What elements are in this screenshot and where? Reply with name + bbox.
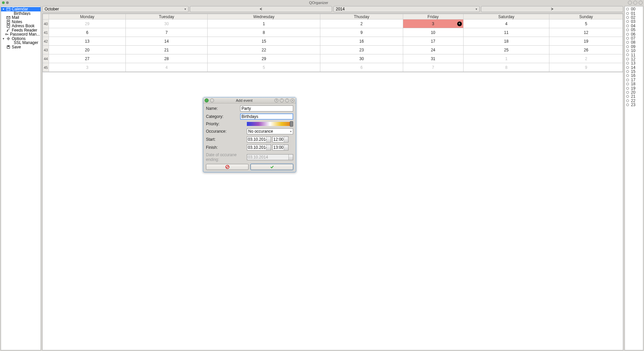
day-cell[interactable]: 22 — [208, 46, 320, 54]
dialog-titlebar[interactable]: Add event ? ˅ ˄ × — [203, 97, 296, 103]
day-cell[interactable]: 1 — [463, 54, 549, 63]
maximize-button[interactable] — [633, 1, 637, 5]
hour-row[interactable]: 08 — [626, 40, 642, 44]
day-cell[interactable]: 31 — [403, 54, 463, 63]
dialog-close-icon[interactable]: × — [290, 98, 294, 102]
hour-row[interactable]: 14 — [626, 65, 642, 69]
day-cell[interactable]: 8 — [463, 63, 549, 72]
close-button[interactable] — [639, 1, 643, 5]
day-cell[interactable]: 9 — [549, 63, 623, 72]
shade-up-icon[interactable]: ˄ — [285, 98, 289, 102]
day-cell[interactable]: 7 — [403, 63, 463, 72]
start-time-input[interactable]: 12:00 — [272, 136, 288, 142]
sidebar-item-options[interactable]: ▾Options — [1, 37, 41, 41]
hour-row[interactable]: 23 — [626, 103, 642, 107]
hour-row[interactable]: 09 — [626, 45, 642, 49]
hour-row[interactable]: 10 — [626, 49, 642, 53]
hour-radio-icon[interactable] — [626, 33, 629, 36]
day-cell[interactable]: 4 — [463, 19, 549, 28]
ok-button[interactable] — [251, 164, 293, 170]
day-cell[interactable]: 27 — [49, 54, 126, 63]
day-cell[interactable]: 5 — [549, 19, 623, 28]
day-cell[interactable]: 29 — [208, 54, 320, 63]
day-cell[interactable]: 19 — [549, 37, 623, 46]
hour-row[interactable]: 00 — [626, 7, 642, 11]
day-cell[interactable]: 18 — [463, 37, 549, 46]
hour-row[interactable]: 13 — [626, 61, 642, 65]
hour-row[interactable]: 15 — [626, 70, 642, 74]
hour-radio-icon[interactable] — [626, 12, 629, 15]
hour-row[interactable]: 02 — [626, 15, 642, 19]
hour-radio-icon[interactable] — [626, 20, 629, 23]
hour-radio-icon[interactable] — [626, 45, 629, 48]
minimize-button[interactable] — [628, 1, 632, 5]
hour-row[interactable]: 05 — [626, 28, 642, 32]
sidebar-item-notes[interactable]: Notes — [1, 20, 41, 24]
hour-radio-icon[interactable] — [626, 91, 629, 94]
hour-row[interactable]: 18 — [626, 82, 642, 86]
day-cell[interactable]: 14 — [125, 37, 207, 46]
hour-radio-icon[interactable] — [626, 58, 629, 60]
day-cell[interactable]: 10 — [403, 28, 463, 37]
day-cell[interactable]: 12 — [549, 28, 623, 37]
expand-icon[interactable]: ▾ — [2, 37, 5, 40]
day-cell[interactable]: 6 — [49, 28, 126, 37]
hour-row[interactable]: 12 — [626, 57, 642, 61]
day-cell[interactable]: 1 — [208, 19, 320, 28]
hour-row[interactable]: 04 — [626, 24, 642, 28]
name-input[interactable] — [240, 105, 293, 112]
day-cell[interactable]: 3 — [49, 63, 126, 72]
day-cell[interactable]: 8 — [208, 28, 320, 37]
finish-date-input[interactable]: 03.10.2014 — [247, 144, 271, 150]
shade-down-icon[interactable]: ˅ — [280, 98, 284, 102]
day-cell[interactable]: 30 — [320, 54, 403, 63]
hour-radio-icon[interactable] — [626, 95, 629, 98]
hour-row[interactable]: 16 — [626, 74, 642, 78]
day-cell[interactable]: 7 — [125, 28, 207, 37]
day-cell[interactable]: 5 — [208, 63, 320, 72]
hour-radio-icon[interactable] — [626, 87, 629, 90]
help-icon[interactable]: ? — [274, 98, 278, 102]
day-cell[interactable]: 2 — [549, 54, 623, 63]
sidebar-item-password-man-[interactable]: Password Man... — [1, 32, 41, 37]
sidebar-item-feeds-reader[interactable]: Feeds Reader — [1, 28, 41, 33]
expand-icon[interactable]: ▾ — [2, 7, 5, 11]
priority-slider[interactable] — [247, 122, 293, 126]
day-cell[interactable]: 3+ — [403, 19, 463, 28]
day-cell[interactable]: 26 — [549, 46, 623, 54]
slider-handle-icon[interactable] — [290, 121, 293, 127]
day-cell[interactable]: 2 — [320, 19, 403, 28]
sidebar-item-adress-book[interactable]: Adress Book — [1, 24, 41, 28]
day-cell[interactable]: 30 — [125, 19, 207, 28]
hour-row[interactable]: 03 — [626, 19, 642, 24]
hour-radio-icon[interactable] — [626, 53, 629, 56]
day-cell[interactable]: 6 — [320, 63, 403, 72]
day-cell[interactable]: 16 — [320, 37, 403, 46]
hour-radio-icon[interactable] — [626, 66, 629, 69]
hour-row[interactable]: 01 — [626, 11, 642, 15]
day-cell[interactable]: 29 — [49, 19, 126, 28]
hour-row[interactable]: 11 — [626, 53, 642, 57]
add-event-icon[interactable]: + — [457, 21, 462, 26]
day-cell[interactable]: 15 — [208, 37, 320, 46]
occurance-select[interactable]: No occurance — [247, 128, 293, 134]
hour-radio-icon[interactable] — [626, 70, 629, 73]
start-date-input[interactable]: 03.10.2014 — [247, 136, 271, 142]
hour-radio-icon[interactable] — [626, 29, 629, 31]
prev-button[interactable]: < — [190, 6, 332, 12]
sidebar-item-mail[interactable]: Mail — [1, 15, 41, 20]
hour-row[interactable]: 22 — [626, 99, 642, 103]
hour-radio-icon[interactable] — [626, 62, 629, 64]
day-cell[interactable]: 24 — [403, 46, 463, 54]
day-cell[interactable]: 4 — [125, 63, 207, 72]
hour-radio-icon[interactable] — [626, 103, 629, 106]
hour-radio-icon[interactable] — [626, 74, 629, 77]
day-cell[interactable]: 23 — [320, 46, 403, 54]
hour-radio-icon[interactable] — [626, 79, 629, 81]
cancel-button[interactable] — [206, 164, 249, 170]
hour-radio-icon[interactable] — [626, 49, 629, 52]
day-cell[interactable]: 13 — [49, 37, 126, 46]
sidebar-item-birthdays[interactable]: Birthdays — [1, 11, 41, 16]
hour-radio-icon[interactable] — [626, 25, 629, 27]
sidebar-item-calendar[interactable]: ▾Calendar — [1, 7, 41, 11]
